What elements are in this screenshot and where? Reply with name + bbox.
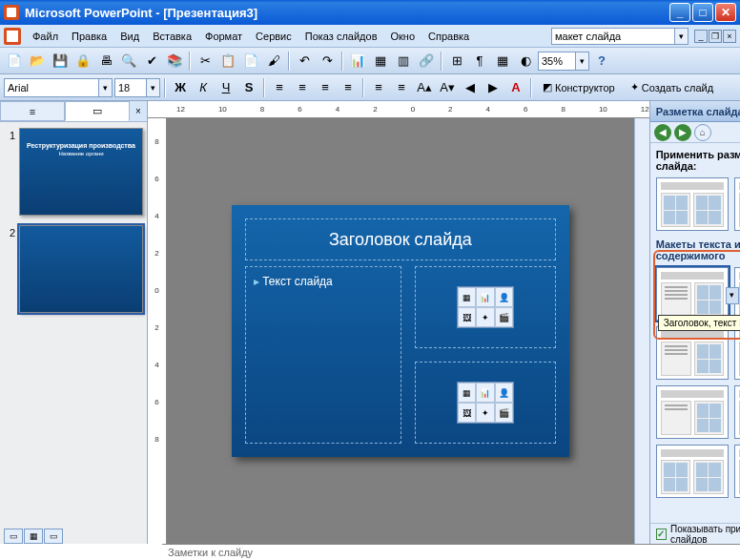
font-size-input[interactable]: [114, 78, 147, 97]
bullets-button[interactable]: ≡: [391, 77, 412, 98]
slide-thumbnail[interactable]: 2: [4, 225, 143, 313]
show-formatting-button[interactable]: ¶: [469, 51, 490, 72]
vertical-ruler[interactable]: 864202468: [148, 118, 167, 544]
zoom-input[interactable]: [538, 52, 576, 71]
app-icon: [4, 5, 19, 20]
vertical-scrollbar[interactable]: [634, 118, 649, 544]
permission-button[interactable]: 🔒: [72, 51, 93, 72]
layout-option[interactable]: [656, 177, 729, 231]
slides-tab[interactable]: ▭: [65, 101, 130, 121]
align-center-button[interactable]: ≡: [292, 77, 313, 98]
layout-option[interactable]: [656, 385, 729, 439]
minimize-button[interactable]: _: [669, 3, 690, 22]
content-placeholder[interactable]: ▦📊👤🖼✦🎬: [415, 362, 556, 444]
redo-button[interactable]: ↷: [317, 51, 338, 72]
font-name-input[interactable]: [4, 78, 99, 97]
layout-option[interactable]: [656, 445, 729, 498]
numbering-button[interactable]: ≡: [368, 77, 389, 98]
title-placeholder[interactable]: Заголовок слайда: [245, 218, 556, 260]
insert-chart-button[interactable]: 📊: [347, 51, 368, 72]
increase-font-button[interactable]: A▴: [414, 77, 435, 98]
nav-back-button[interactable]: ◀: [654, 124, 671, 141]
insert-table-button[interactable]: ▦: [370, 51, 391, 72]
menu-slideshow[interactable]: Показ слайдов: [299, 29, 383, 44]
close-button[interactable]: ✕: [715, 3, 736, 22]
show-on-insert-checkbox[interactable]: ✓: [656, 529, 667, 540]
menu-window[interactable]: Окно: [385, 29, 421, 44]
nav-home-button[interactable]: ⌂: [694, 124, 711, 141]
menu-view[interactable]: Вид: [114, 29, 145, 44]
menu-help[interactable]: Справка: [422, 29, 475, 44]
outline-tab[interactable]: ≡: [0, 101, 65, 121]
layout-option[interactable]: [734, 326, 740, 380]
panel-close-button[interactable]: ×: [130, 101, 147, 121]
layout-option[interactable]: [734, 385, 740, 439]
font-name-dropdown[interactable]: ▾: [99, 78, 113, 97]
help-search-input[interactable]: [551, 28, 675, 45]
underline-button[interactable]: Ч: [216, 77, 236, 98]
undo-button[interactable]: ↶: [294, 51, 315, 72]
tables-borders-button[interactable]: ▥: [393, 51, 414, 72]
paste-button[interactable]: 📄: [240, 51, 261, 72]
doc-restore-button[interactable]: ❐: [709, 30, 722, 43]
normal-view-button[interactable]: ▭: [4, 529, 23, 544]
bold-button[interactable]: Ж: [170, 77, 191, 98]
show-grid-button[interactable]: ▦: [492, 51, 513, 72]
layout-option[interactable]: [734, 177, 740, 231]
taskpane-section: Макеты текста и содержимого: [656, 239, 740, 261]
slide-canvas[interactable]: Заголовок слайда Текст слайда ▦📊👤🖼✦🎬 ▦📊👤…: [232, 205, 569, 457]
slideshow-view-button[interactable]: ▭: [44, 529, 63, 544]
doc-icon[interactable]: [4, 28, 21, 45]
slide-thumbnail[interactable]: 1 Реструктуризация производства Название…: [4, 128, 143, 216]
menu-format[interactable]: Формат: [199, 29, 248, 44]
sorter-view-button[interactable]: ▦: [24, 529, 43, 544]
print-button[interactable]: 🖶: [95, 51, 116, 72]
open-button[interactable]: 📂: [27, 51, 48, 72]
decrease-indent-button[interactable]: ◀: [460, 77, 481, 98]
nav-forward-button[interactable]: ▶: [674, 124, 691, 141]
new-slide-button[interactable]: ✦Создать слайд: [624, 77, 720, 98]
design-button[interactable]: ◩Конструктор: [536, 77, 622, 98]
distributed-button[interactable]: ≡: [338, 77, 359, 98]
format-painter-button[interactable]: 🖌: [263, 51, 284, 72]
doc-minimize-button[interactable]: _: [694, 30, 708, 43]
maximize-button[interactable]: □: [692, 3, 713, 22]
menu-file[interactable]: Файл: [27, 29, 64, 44]
expand-all-button[interactable]: ⊞: [446, 51, 467, 72]
align-left-button[interactable]: ≡: [269, 77, 290, 98]
zoom-dropdown[interactable]: ▾: [576, 52, 589, 71]
layout-option[interactable]: [656, 326, 729, 380]
new-button[interactable]: 📄: [4, 51, 25, 72]
slide-number: 2: [4, 225, 15, 313]
increase-indent-button[interactable]: ▶: [483, 77, 504, 98]
doc-close-button[interactable]: ×: [723, 30, 736, 43]
copy-button[interactable]: 📋: [217, 51, 238, 72]
layout-option[interactable]: [656, 267, 729, 321]
italic-button[interactable]: К: [193, 77, 214, 98]
spellcheck-button[interactable]: ✔: [141, 51, 162, 72]
font-size-dropdown[interactable]: ▾: [147, 78, 160, 97]
menu-edit[interactable]: Правка: [66, 29, 113, 44]
formatting-toolbar: ▾ ▾ Ж К Ч S ≡ ≡ ≡ ≡ ≡ ≡ A▴ A▾ ◀ ▶ A ◩Кон…: [0, 74, 740, 101]
shadow-button[interactable]: S: [238, 77, 259, 98]
font-color-button[interactable]: A: [505, 77, 526, 98]
slide-panel: ≡ ▭ × 1 Реструктуризация производства На…: [0, 101, 148, 544]
layout-option[interactable]: [734, 445, 740, 498]
cut-button[interactable]: ✂: [195, 51, 216, 72]
menu-insert[interactable]: Вставка: [147, 29, 197, 44]
save-button[interactable]: 💾: [50, 51, 71, 72]
content-placeholder[interactable]: ▦📊👤🖼✦🎬: [415, 266, 556, 348]
help-search-dropdown[interactable]: ▾: [675, 28, 689, 45]
research-button[interactable]: 📚: [164, 51, 185, 72]
standard-toolbar: 📄 📂 💾 🔒 🖶 🔍 ✔ 📚 ✂ 📋 📄 🖌 ↶ ↷ 📊 ▦ ▥ 🔗 ⊞ ¶ …: [0, 48, 740, 74]
align-right-button[interactable]: ≡: [315, 77, 336, 98]
help-button[interactable]: ?: [591, 51, 612, 72]
insert-hyperlink-button[interactable]: 🔗: [416, 51, 437, 72]
color-grayscale-button[interactable]: ◐: [515, 51, 536, 72]
menu-tools[interactable]: Сервис: [250, 29, 298, 44]
decrease-font-button[interactable]: A▾: [437, 77, 458, 98]
horizontal-ruler[interactable]: 12108642024681012: [148, 101, 649, 118]
text-placeholder[interactable]: Текст слайда: [245, 266, 401, 444]
preview-button[interactable]: 🔍: [118, 51, 139, 72]
notes-pane[interactable]: Заметки к слайду: [162, 544, 740, 560]
